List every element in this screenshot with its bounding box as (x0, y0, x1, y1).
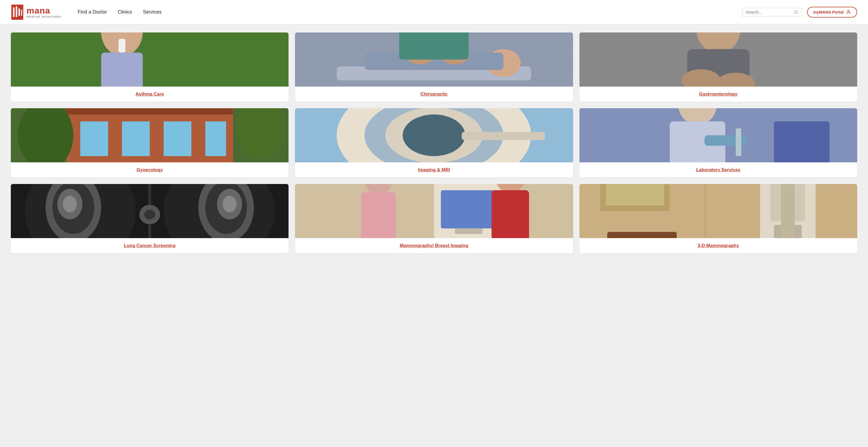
search-input[interactable] (746, 10, 793, 14)
card-image-mammography (295, 184, 573, 238)
header-right: myMANA Portal (742, 7, 857, 18)
site-header: mana medical associates Find a Doctor Cl… (0, 0, 868, 24)
card-link-3d-mammography[interactable]: 3-D Mammography (698, 243, 739, 248)
service-card-imaging-mri[interactable]: Imaging & MRI (295, 108, 573, 178)
card-link-chiropractic[interactable]: Chiropractic (420, 92, 447, 97)
logo-text: mana medical associates (27, 6, 61, 18)
card-label-lung-cancer-screening: Lung Cancer Screening (11, 238, 288, 253)
card-link-gynecology[interactable]: Gynecology (137, 167, 163, 172)
svg-rect-12 (101, 53, 143, 87)
card-link-laboratory-services[interactable]: Laboratory Services (696, 167, 740, 172)
svg-rect-29 (81, 122, 108, 156)
logo-area[interactable]: mana medical associates (11, 4, 61, 20)
svg-rect-8 (11, 32, 288, 87)
svg-rect-31 (163, 122, 191, 156)
card-label-asthma-care: Asthma Care (11, 87, 288, 102)
nav-clinics[interactable]: Clinics (118, 9, 132, 15)
card-image-3d-mammography (580, 184, 857, 238)
svg-rect-3 (19, 8, 20, 16)
svg-rect-28 (66, 108, 233, 115)
service-card-laboratory-services[interactable]: Laboratory Services (580, 108, 857, 178)
service-card-lung-cancer-screening[interactable]: Lung Cancer Screening (11, 184, 288, 253)
service-card-3d-mammography[interactable]: 3-D Mammography (580, 184, 857, 253)
card-label-gastroenterology: Gastroenterology (580, 87, 857, 102)
search-icon (794, 10, 798, 14)
card-image-asthma-care (11, 32, 288, 87)
card-image-chiropractic (295, 32, 573, 87)
portal-label: myMANA Portal (813, 10, 844, 14)
service-card-gastroenterology[interactable]: Gastroenterology (580, 32, 857, 102)
svg-point-43 (403, 115, 465, 156)
card-label-imaging-mri: Imaging & MRI (295, 162, 573, 178)
portal-button[interactable]: myMANA Portal (807, 7, 857, 18)
svg-point-60 (63, 196, 76, 213)
svg-rect-74 (361, 192, 396, 238)
services-grid: Asthma Care Chiropra (11, 32, 857, 253)
svg-rect-85 (606, 184, 664, 205)
svg-rect-53 (774, 122, 829, 162)
mana-logo-icon (11, 4, 24, 20)
svg-rect-71 (441, 190, 496, 228)
card-link-gastroenterology[interactable]: Gastroenterology (699, 92, 738, 97)
svg-rect-72 (455, 228, 483, 234)
svg-rect-2 (16, 6, 17, 17)
card-image-lung-cancer-screening (11, 184, 288, 238)
svg-rect-30 (122, 122, 150, 156)
service-card-gynecology[interactable]: RENAISSANCE Gynecology (11, 108, 288, 178)
svg-rect-1 (13, 7, 14, 17)
svg-line-6 (797, 13, 798, 14)
card-image-gastroenterology (580, 32, 857, 87)
search-bar[interactable] (742, 8, 802, 17)
nav-find-doctor[interactable]: Find a Doctor (78, 9, 107, 15)
card-label-3d-mammography: 3-D Mammography (580, 238, 857, 253)
main-content: Asthma Care Chiropra (0, 24, 868, 261)
svg-point-7 (848, 10, 849, 12)
card-link-lung-cancer-screening[interactable]: Lung Cancer Screening (124, 243, 176, 248)
svg-rect-32 (205, 122, 226, 156)
main-nav: Find a Doctor Clinics Services (78, 9, 742, 15)
svg-rect-88 (705, 184, 706, 238)
svg-rect-44 (462, 132, 545, 140)
svg-rect-20 (399, 32, 469, 60)
svg-rect-83 (781, 184, 795, 238)
card-label-gynecology: Gynecology (11, 162, 288, 178)
svg-rect-4 (21, 9, 22, 16)
svg-point-33 (18, 108, 73, 162)
logo-brand: mana (27, 6, 61, 15)
card-label-laboratory-services: Laboratory Services (580, 162, 857, 178)
user-icon (846, 9, 851, 15)
card-link-imaging-mri[interactable]: Imaging & MRI (418, 167, 450, 172)
svg-point-5 (795, 10, 797, 13)
card-label-mammography: Mammography/ Breast Imaging (295, 238, 573, 253)
svg-rect-13 (119, 39, 126, 53)
svg-rect-51 (736, 128, 741, 156)
nav-services[interactable]: Services (143, 9, 162, 15)
card-image-gynecology: RENAISSANCE (11, 108, 288, 162)
service-card-chiropractic[interactable]: Chiropractic (295, 32, 573, 102)
card-link-mammography[interactable]: Mammography/ Breast Imaging (400, 243, 468, 248)
logo-subtitle: medical associates (27, 15, 61, 18)
svg-rect-76 (492, 190, 529, 238)
svg-point-67 (144, 210, 155, 219)
service-card-mammography[interactable]: Mammography/ Breast Imaging (295, 184, 573, 253)
service-card-asthma-care[interactable]: Asthma Care (11, 32, 288, 102)
card-image-laboratory-services (580, 108, 857, 162)
card-image-imaging-mri (295, 108, 573, 162)
svg-rect-87 (607, 232, 677, 238)
card-label-chiropractic: Chiropractic (295, 87, 573, 102)
svg-point-65 (223, 196, 237, 213)
card-link-asthma-care[interactable]: Asthma Care (135, 92, 164, 97)
